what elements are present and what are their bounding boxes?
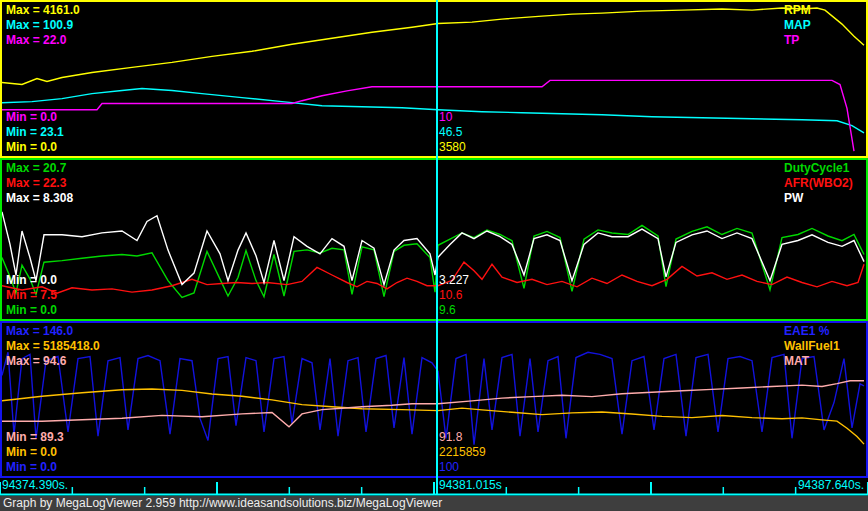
cursor-values-middle: 3.227 10.6 9.6: [439, 273, 469, 318]
max-label: Max = 22.3: [6, 176, 73, 191]
legend-item: RPM: [784, 3, 811, 18]
time-label-cursor: 94381.015s: [439, 479, 502, 492]
trace-map: [2, 89, 864, 133]
max-label: Max = 100.9: [6, 18, 80, 33]
trace-tp: [2, 80, 854, 151]
cursor-value: 91.8: [439, 430, 486, 445]
min-labels-middle: Min = 0.0 Min = 7.5 Min = 0.0: [6, 273, 57, 318]
time-label-end: 94387.640s.: [798, 479, 864, 492]
cursor-value: 9.6: [439, 303, 469, 318]
max-label: Max = 94.6: [6, 354, 100, 369]
trace-wallfuel1: [2, 389, 864, 444]
chart-panel-dutycycle-afr-pw[interactable]: Max = 20.7 Max = 22.3 Max = 8.308 Min = …: [0, 158, 868, 321]
legend-item: WallFuel1: [784, 339, 840, 354]
legend-item: MAT: [784, 354, 840, 369]
min-label: Min = 0.0: [6, 303, 57, 318]
min-label: Min = 0.0: [6, 273, 57, 288]
min-label: Min = 0.0: [6, 110, 64, 125]
trace-plot-top: [2, 2, 866, 156]
trace-rpm: [2, 8, 864, 85]
chart-panel-rpm-map-tp[interactable]: Max = 4161.0 Max = 100.9 Max = 22.0 Min …: [0, 0, 868, 158]
min-labels-top: Min = 0.0 Min = 23.1 Min = 0.0: [6, 110, 64, 155]
chart-panel-eae-wallfuel-mat[interactable]: Max = 146.0 Max = 5185418.0 Max = 94.6 M…: [0, 321, 868, 478]
min-label: Min = 0.0: [6, 445, 64, 460]
trace-plot-bottom: [2, 323, 866, 476]
max-labels-middle: Max = 20.7 Max = 22.3 Max = 8.308: [6, 161, 73, 206]
time-axis-ruler: [0, 478, 868, 496]
min-labels-bottom: Min = 89.3 Min = 0.0 Min = 0.0: [6, 430, 64, 475]
time-axis: 94374.390s. 94381.015s 94387.640s.: [0, 478, 868, 496]
cursor-values-top: 10 46.5 3580: [439, 110, 466, 155]
max-label: Max = 5185418.0: [6, 339, 100, 354]
min-label: Min = 7.5: [6, 288, 57, 303]
legend-item: MAP: [784, 18, 811, 33]
min-label: Min = 0.0: [6, 140, 64, 155]
legend-middle: DutyCycle1 AFR(WBO2) PW: [784, 161, 853, 206]
max-label: Max = 146.0: [6, 324, 100, 339]
legend-bottom: EAE1 % WallFuel1 MAT: [784, 324, 840, 369]
max-labels-bottom: Max = 146.0 Max = 5185418.0 Max = 94.6: [6, 324, 100, 369]
legend-item: PW: [784, 191, 853, 206]
megalogviewer-graph-window: Max = 4161.0 Max = 100.9 Max = 22.0 Min …: [0, 0, 868, 511]
trace-eae1-: [2, 352, 864, 444]
legend-item: EAE1 %: [784, 324, 840, 339]
min-label: Min = 89.3: [6, 430, 64, 445]
cursor-value: 3.227: [439, 273, 469, 288]
legend-item: AFR(WBO2): [784, 176, 853, 191]
cursor-value: 10: [439, 110, 466, 125]
time-label-start: 94374.390s.: [2, 479, 68, 492]
cursor-value: 10.6: [439, 288, 469, 303]
legend-top: RPM MAP TP: [784, 3, 811, 48]
max-label: Max = 4161.0: [6, 3, 80, 18]
max-label: Max = 22.0: [6, 33, 80, 48]
trace-plot-middle: [2, 160, 866, 319]
status-bar: Graph by MegaLogViewer 2.959 http://www.…: [0, 496, 868, 511]
max-labels-top: Max = 4161.0 Max = 100.9 Max = 22.0: [6, 3, 80, 48]
max-label: Max = 20.7: [6, 161, 73, 176]
max-label: Max = 8.308: [6, 191, 73, 206]
min-label: Min = 23.1: [6, 125, 64, 140]
graph-cursor-line[interactable]: [436, 0, 438, 494]
status-text: Graph by MegaLogViewer 2.959 http://www.…: [3, 496, 442, 510]
cursor-value: 2215859: [439, 445, 486, 460]
min-label: Min = 0.0: [6, 460, 64, 475]
legend-item: DutyCycle1: [784, 161, 853, 176]
cursor-value: 100: [439, 460, 486, 475]
legend-item: TP: [784, 33, 811, 48]
cursor-value: 3580: [439, 140, 466, 155]
cursor-values-bottom: 91.8 2215859 100: [439, 430, 486, 475]
cursor-value: 46.5: [439, 125, 466, 140]
